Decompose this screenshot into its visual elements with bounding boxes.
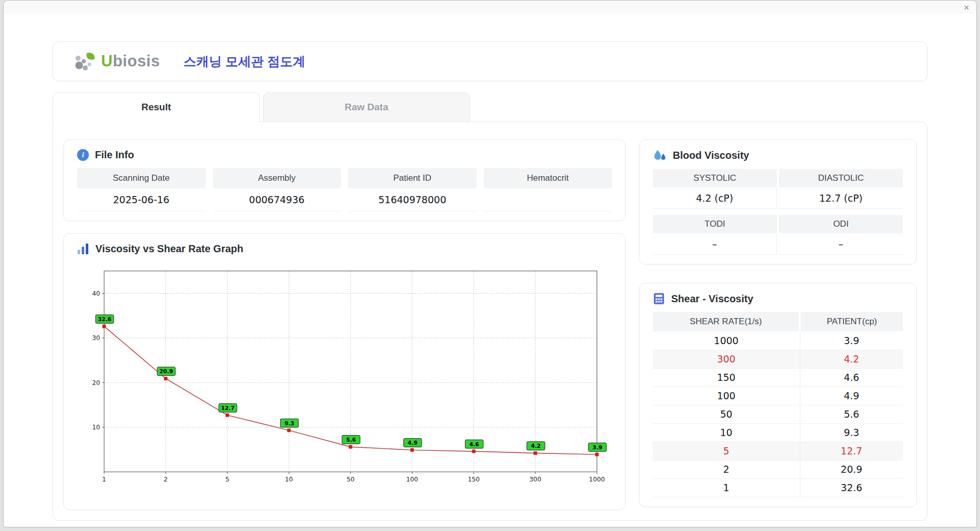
svg-text:9.3: 9.3 [284,420,294,427]
table-row: 50 5.6 [653,405,903,423]
patient-column-header: PATIENT(cp) [800,312,903,331]
svg-text:300: 300 [529,476,541,483]
svg-text:4.9: 4.9 [408,440,418,446]
svg-text:1000: 1000 [589,476,605,483]
file-info-card: i File Info Scanning Date 2025-06-16 Ass… [63,139,626,221]
graph-title-row: Viscosity vs Shear Rate Graph [77,243,612,255]
right-column: Blood Viscosity SYSTOLIC DIASTOLIC 4.2 (… [639,139,917,510]
logo-mark-icon [74,51,97,72]
logo-letter-rest: biosis [113,52,160,70]
todi-header: TODI [653,215,777,233]
table-row: 10 9.3 [653,423,903,442]
svg-text:20: 20 [92,379,101,387]
svg-text:1: 1 [102,476,106,483]
todi-value: – [653,233,777,255]
field-hematocrit: Hematocrit [484,168,612,211]
calculator-icon [653,293,665,305]
patient-cell: 5.6 [800,405,903,423]
field-patient-id: Patient ID 51640978000 [348,168,477,211]
svg-text:3.9: 3.9 [593,444,602,451]
svg-text:2: 2 [164,476,168,483]
ubiosis-logo: Ubiosis [74,51,160,72]
shear-rate-cell: 150 [653,368,800,387]
field-label: Patient ID [348,168,477,188]
content-area: Ubiosis 스캐닝 모세관 점도계 Result Raw Data i Fi… [4,14,976,521]
file-info-fields: Scanning Date 2025-06-16 Assembly 000674… [77,168,612,211]
field-value: 000674936 [213,188,341,211]
field-assembly: Assembly 000674936 [213,168,341,211]
tab-result[interactable]: Result [53,92,260,122]
svg-text:10: 10 [285,476,293,483]
shear-viscosity-title-row: Shear - Viscosity [653,293,903,305]
odi-value: – [779,233,903,255]
table-row: 100 4.9 [653,387,903,405]
blood-viscosity-title: Blood Viscosity [673,150,749,161]
tab-raw-data[interactable]: Raw Data [263,92,470,122]
shear-rate-cell: 300 [653,350,800,368]
systolic-value: 4.2 (cP) [653,187,777,209]
patient-cell: 4.6 [800,368,903,387]
blood-viscosity-card: Blood Viscosity SYSTOLIC DIASTOLIC 4.2 (… [639,139,917,264]
field-label: Assembly [213,168,341,188]
page-title: 스캐닝 모세관 점도계 [183,53,305,70]
shear-rate-cell: 1000 [653,331,800,350]
window-titlebar: × [4,1,976,14]
shear-rate-cell: 1 [653,478,800,497]
patient-cell: 32.6 [800,478,903,497]
app-window: × Ubiosis 스캐닝 모세관 점도계 Result Raw Data [3,0,977,527]
patient-cell: 20.9 [800,460,903,478]
graph-card: Viscosity vs Shear Rate Graph 1020304012… [63,233,626,510]
field-value [484,188,612,211]
svg-text:32.6: 32.6 [98,316,112,323]
svg-text:4.2: 4.2 [531,443,541,449]
chart-area: 102030401251050100150300100032.620.912.7… [77,262,612,500]
shear-viscosity-card: Shear - Viscosity SHEAR RATE(1/s) PATIEN… [639,283,917,507]
shear-viscosity-title: Shear - Viscosity [671,293,753,305]
patient-cell: 12.7 [800,442,903,460]
logo-letter-u: U [101,52,113,70]
blood-viscosity-group-2: TODI ODI – – [653,215,903,255]
svg-text:30: 30 [92,334,101,342]
table-row: 1000 3.9 [653,331,903,350]
patient-cell: 3.9 [800,331,903,350]
patient-cell: 4.9 [800,387,903,405]
tab-bar: Result Raw Data [53,92,927,122]
svg-text:20.9: 20.9 [159,368,173,375]
svg-text:100: 100 [406,476,418,483]
table-row: 2 20.9 [653,460,903,478]
shear-viscosity-table: SHEAR RATE(1/s) PATIENT(cp) 1000 3.9 300 [653,312,903,497]
table-row: 5 12.7 [653,442,903,460]
odi-header: ODI [779,215,903,233]
table-row: 300 4.2 [653,350,903,368]
logo-text: Ubiosis [101,52,160,70]
shear-rate-cell: 5 [653,442,800,460]
info-icon: i [77,149,89,161]
main-panel: i File Info Scanning Date 2025-06-16 Ass… [53,122,927,521]
svg-text:10: 10 [92,424,101,431]
svg-text:12.7: 12.7 [221,405,235,412]
blood-viscosity-group-1: SYSTOLIC DIASTOLIC 4.2 (cP) 12.7 (cP) [653,169,903,209]
bar-chart-icon [77,244,89,255]
shear-rate-cell: 2 [653,460,800,478]
svg-text:150: 150 [468,476,479,483]
diastolic-header: DIASTOLIC [779,169,903,187]
shear-rate-cell: 10 [653,423,800,442]
svg-text:50: 50 [347,476,355,483]
diastolic-value: 12.7 (cP) [779,187,903,209]
patient-cell: 9.3 [800,423,903,442]
left-column: i File Info Scanning Date 2025-06-16 Ass… [63,139,626,510]
field-value: 51640978000 [348,188,477,211]
systolic-header: SYSTOLIC [653,169,777,187]
table-header-row: SHEAR RATE(1/s) PATIENT(cp) [653,312,903,331]
header-card: Ubiosis 스캐닝 모세관 점도계 [53,41,927,81]
blood-viscosity-title-row: Blood Viscosity [653,149,903,162]
patient-cell: 4.2 [800,350,903,368]
file-info-title-row: i File Info [77,149,612,161]
close-icon[interactable]: × [964,3,969,12]
viscosity-chart: 102030401251050100150300100032.620.912.7… [78,264,609,500]
shear-rate-cell: 50 [653,405,800,423]
svg-text:5: 5 [225,476,229,483]
shear-rate-column-header: SHEAR RATE(1/s) [653,312,800,331]
shear-rate-cell: 100 [653,387,800,405]
water-drop-icon [653,149,667,162]
